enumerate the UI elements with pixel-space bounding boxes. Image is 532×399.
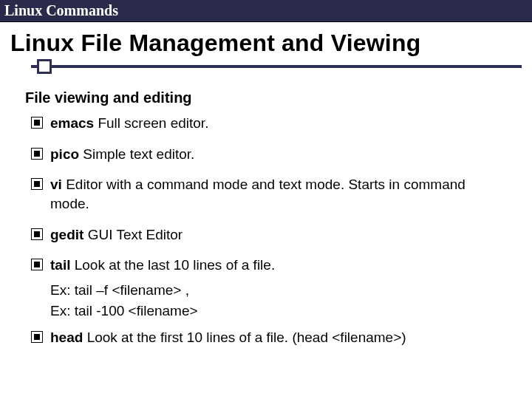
command-desc: GUI Text Editor bbox=[83, 227, 183, 242]
item-text: head Look at the first 10 lines of a fil… bbox=[50, 328, 406, 347]
section-heading: File viewing and editing bbox=[25, 89, 522, 106]
command-name: vi bbox=[50, 177, 62, 192]
example-line: Ex: tail -100 <filename> bbox=[50, 303, 507, 319]
underline-rule bbox=[31, 65, 522, 68]
nested-square-icon bbox=[31, 178, 43, 190]
item-text: gedit GUI Text Editor bbox=[50, 225, 183, 245]
example-line: Ex: tail –f <filename> , bbox=[50, 282, 507, 299]
item-text: pico Simple text editor. bbox=[50, 145, 194, 164]
svg-rect-3 bbox=[34, 151, 40, 157]
title-box-icon bbox=[37, 59, 52, 74]
slide-content: Linux File Management and Viewing File v… bbox=[0, 22, 532, 347]
svg-rect-9 bbox=[34, 262, 40, 267]
svg-rect-7 bbox=[34, 231, 40, 237]
command-name: pico bbox=[50, 146, 79, 162]
item-text: emacs Full screen editor. bbox=[50, 114, 208, 133]
nested-square-icon bbox=[31, 331, 43, 343]
command-name: head bbox=[50, 330, 83, 345]
svg-rect-11 bbox=[34, 334, 40, 340]
command-desc: Look at the last 10 lines of a file. bbox=[70, 257, 275, 273]
list-item: gedit GUI Text Editor bbox=[31, 225, 507, 245]
nested-square-icon bbox=[31, 259, 43, 270]
title-underline bbox=[10, 58, 522, 73]
svg-rect-5 bbox=[34, 181, 40, 187]
command-name: tail bbox=[50, 257, 70, 273]
list-item: tail Look at the last 10 lines of a file… bbox=[31, 256, 507, 275]
nested-square-icon bbox=[31, 148, 43, 160]
list-item: pico Simple text editor. bbox=[31, 145, 507, 164]
list-item: vi Editor with a command mode and text m… bbox=[31, 175, 507, 213]
list-item: emacs Full screen editor. bbox=[31, 114, 507, 133]
list-item: head Look at the first 10 lines of a fil… bbox=[31, 328, 507, 347]
nested-square-icon bbox=[31, 117, 43, 129]
command-desc: Look at the first 10 lines of a file. (h… bbox=[83, 330, 406, 345]
command-name: gedit bbox=[50, 227, 83, 242]
header-title: Linux Commands bbox=[4, 2, 528, 19]
command-desc: Editor with a command mode and text mode… bbox=[50, 177, 466, 211]
nested-square-icon bbox=[31, 228, 43, 240]
header-bar: Linux Commands bbox=[0, 0, 532, 22]
item-text: tail Look at the last 10 lines of a file… bbox=[50, 256, 275, 275]
svg-rect-1 bbox=[34, 120, 40, 126]
command-desc: Full screen editor. bbox=[94, 115, 208, 131]
item-text: vi Editor with a command mode and text m… bbox=[50, 175, 507, 213]
page-title: Linux File Management and Viewing bbox=[10, 30, 522, 57]
command-name: emacs bbox=[50, 115, 94, 131]
command-desc: Simple text editor. bbox=[79, 146, 194, 162]
